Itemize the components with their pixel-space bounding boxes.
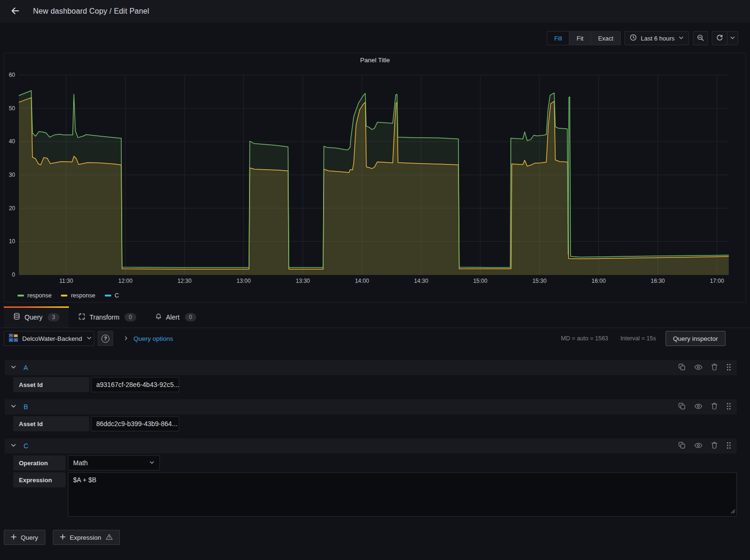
- asset-id-input[interactable]: a93167cf-28e6-4b43-92c5...: [91, 377, 179, 392]
- hide-query-button[interactable]: [694, 364, 702, 371]
- grafana-edit-panel-screen: New dashboard Copy / Edit Panel Fill Fit…: [0, 0, 750, 560]
- page-title: New dashboard Copy / Edit Panel: [33, 7, 149, 16]
- copy-icon: [678, 442, 685, 450]
- query-body: Operation Math Expression $A + $B: [5, 455, 737, 517]
- legend-label: C: [115, 292, 119, 299]
- duplicate-query-button[interactable]: [678, 403, 685, 411]
- hide-query-button[interactable]: [694, 404, 702, 411]
- size-mode-exact[interactable]: Exact: [591, 32, 621, 45]
- size-mode-fill[interactable]: Fill: [547, 32, 570, 45]
- legend-item[interactable]: C: [105, 292, 119, 299]
- query-ref-id: A: [24, 364, 28, 371]
- tab-alert[interactable]: Alert 0: [146, 306, 206, 328]
- query-body: Asset Id 86ddc2c9-b399-43b9-864...: [5, 416, 737, 431]
- svg-text:14:00: 14:00: [355, 278, 369, 284]
- query-header[interactable]: B: [5, 399, 737, 414]
- hide-query-button[interactable]: [694, 443, 702, 450]
- asset-id-label: Asset Id: [13, 416, 89, 431]
- expression-textarea[interactable]: $A + $B: [68, 472, 737, 517]
- tab-label: Alert: [166, 313, 180, 321]
- query-card-b: B Asset Id 86ddc2c9-b399-43b9-864...: [5, 399, 737, 431]
- query-options-label: Query options: [133, 335, 173, 342]
- drag-handle[interactable]: [726, 363, 731, 372]
- tab-query[interactable]: Query 3: [4, 306, 69, 328]
- datasource-logo-icon: [9, 334, 18, 344]
- duplicate-query-button[interactable]: [678, 442, 685, 450]
- drag-handle[interactable]: [726, 442, 731, 451]
- svg-text:50: 50: [9, 105, 16, 112]
- query-header[interactable]: C: [5, 438, 737, 453]
- size-mode-fit[interactable]: Fit: [569, 32, 591, 45]
- database-icon: [13, 313, 20, 321]
- delete-query-button[interactable]: [711, 363, 717, 372]
- duplicate-query-button[interactable]: [678, 363, 685, 372]
- delete-query-button[interactable]: [711, 442, 717, 450]
- operation-select[interactable]: Math: [68, 455, 160, 470]
- query-inspector-button[interactable]: Query inspector: [666, 331, 725, 346]
- chart-legend: responseresponseC: [17, 292, 119, 299]
- time-series-chart[interactable]: 010203040506011:3012:0012:3013:0013:3014…: [4, 69, 745, 289]
- svg-text:10: 10: [9, 238, 16, 245]
- panel-preview: Panel Title 010203040506011:3012:0012:30…: [4, 53, 746, 303]
- legend-item[interactable]: response: [61, 292, 95, 299]
- refresh-interval-button[interactable]: [727, 31, 738, 45]
- copy-icon: [678, 363, 685, 372]
- legend-item[interactable]: response: [17, 292, 51, 299]
- add-expression-button[interactable]: Expression: [53, 530, 120, 545]
- query-body: Asset Id a93167cf-28e6-4b43-92c5...: [5, 377, 737, 392]
- svg-text:40: 40: [9, 138, 16, 145]
- svg-text:60: 60: [9, 72, 16, 78]
- time-range-picker[interactable]: Last 6 hours: [625, 31, 689, 45]
- datasource-picker[interactable]: DelcoWater-Backend: [4, 331, 94, 346]
- resize-grip-icon[interactable]: [731, 508, 735, 515]
- svg-text:20: 20: [9, 205, 16, 212]
- add-query-button[interactable]: Query: [4, 530, 45, 545]
- bell-icon: [155, 313, 162, 321]
- datasource-row: DelcoWater-Backend ? Query options MD = …: [4, 330, 725, 346]
- svg-text:14:30: 14:30: [414, 278, 428, 284]
- legend-label: response: [71, 292, 95, 299]
- refresh-button[interactable]: [712, 31, 727, 45]
- warning-triangle-icon: [106, 534, 113, 542]
- panel-title[interactable]: Panel Title: [4, 53, 746, 67]
- legend-swatch-icon: [105, 295, 111, 296]
- eye-icon: [694, 443, 702, 450]
- svg-text:15:30: 15:30: [533, 278, 547, 284]
- trash-icon: [711, 403, 717, 411]
- chevron-down-icon: [678, 35, 684, 42]
- app-header: New dashboard Copy / Edit Panel: [0, 0, 750, 23]
- tab-transform[interactable]: Transform 0: [69, 306, 146, 328]
- query-options-toggle[interactable]: Query options: [124, 334, 173, 343]
- refresh-icon: [716, 34, 723, 42]
- back-button[interactable]: [8, 4, 23, 19]
- asset-id-input[interactable]: 86ddc2c9-b399-43b9-864...: [91, 416, 179, 431]
- delete-query-button[interactable]: [711, 403, 717, 411]
- drag-dots-icon: [726, 363, 731, 372]
- transform-icon: [78, 313, 85, 321]
- svg-text:16:00: 16:00: [592, 278, 606, 284]
- eye-icon: [694, 364, 702, 371]
- drag-dots-icon: [726, 442, 731, 451]
- query-list: A Asset Id a93167cf-28e6-4b43-92c5...: [5, 360, 737, 517]
- query-header[interactable]: A: [5, 360, 737, 375]
- zoom-out-button[interactable]: [693, 31, 708, 45]
- svg-text:12:30: 12:30: [177, 278, 192, 284]
- operation-label: Operation: [13, 455, 66, 470]
- trash-icon: [711, 363, 717, 372]
- refresh-group: [712, 31, 738, 45]
- footer-actions: Query Expression: [4, 530, 750, 545]
- legend-swatch-icon: [17, 295, 24, 296]
- query-ref-id: C: [24, 442, 28, 450]
- query-card-a: A Asset Id a93167cf-28e6-4b43-92c5...: [5, 360, 737, 392]
- add-expression-label: Expression: [70, 534, 101, 541]
- tab-count-badge: 3: [48, 313, 59, 321]
- datasource-name: DelcoWater-Backend: [22, 335, 82, 342]
- chevron-right-icon: [124, 334, 129, 343]
- max-data-points-text: MD = auto = 1563: [561, 335, 608, 342]
- trash-icon: [711, 442, 717, 450]
- svg-text:11:30: 11:30: [59, 278, 73, 284]
- drag-handle[interactable]: [726, 403, 731, 412]
- datasource-help-button[interactable]: ?: [98, 331, 113, 346]
- help-circle-icon: ?: [101, 335, 109, 343]
- tab-count-badge: 0: [125, 313, 136, 321]
